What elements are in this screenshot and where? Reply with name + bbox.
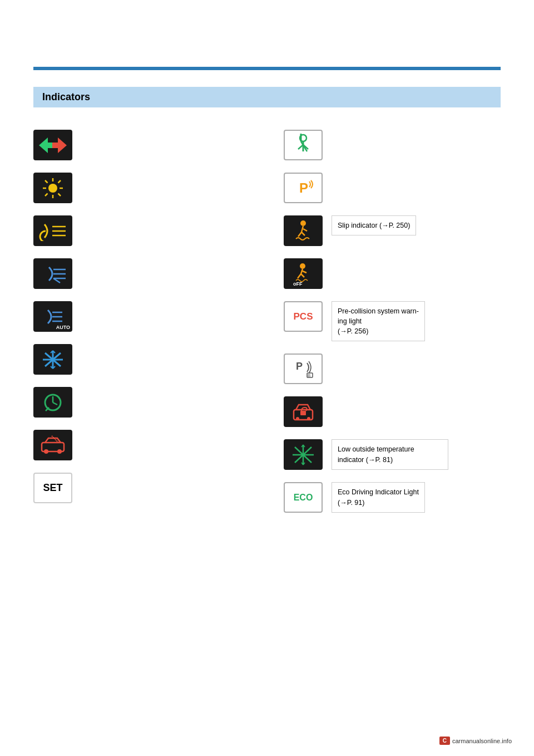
page-container: Indicators [0, 0, 534, 756]
svg-line-31 [53, 402, 57, 405]
sun-icon-box [33, 173, 72, 203]
svg-line-46 [298, 232, 301, 237]
auto-label: AUTO [56, 325, 70, 330]
svg-line-45 [301, 226, 303, 232]
warning-car-icon-box [33, 430, 72, 460]
blue-divider [33, 67, 501, 70]
list-item [33, 130, 250, 160]
list-item [33, 344, 250, 375]
pcs-callout: Pre-collision system warn-ing light(→P. … [332, 301, 425, 341]
svg-line-51 [298, 274, 301, 278]
svg-text:B: B [308, 373, 310, 378]
left-column: AUTO [33, 130, 250, 513]
svg-line-10 [45, 193, 48, 196]
set-icon-box: SET [33, 473, 72, 503]
svg-marker-0 [39, 138, 53, 153]
svg-text:P: P [299, 180, 308, 195]
section-title: Indicators [42, 91, 90, 102]
eco-callout: Eco Driving Indicator Light(→P. 91) [332, 482, 425, 512]
parking-icon-box: P [284, 173, 323, 203]
watermark: C carmanualsonline.info [439, 737, 512, 745]
slip-icon-box [284, 215, 323, 246]
slip-svg [290, 219, 316, 243]
aux-parking-icon-box: P B [284, 354, 323, 384]
list-item [33, 387, 250, 418]
headlight-auto-svg [38, 307, 68, 327]
top-space [33, 22, 501, 67]
list-item [33, 215, 250, 246]
aux-parking-svg: P B [290, 357, 316, 381]
svg-marker-1 [52, 138, 67, 153]
sun-svg [42, 177, 64, 199]
fog-svg [41, 348, 65, 371]
high-beam-icon-box [33, 215, 72, 246]
clock-svg [41, 391, 65, 414]
list-item: Low outside temperature indicator (→P. 8… [284, 439, 501, 470]
list-item: oFF [284, 258, 501, 289]
svg-point-44 [300, 220, 306, 226]
list-item [33, 430, 250, 460]
clock-icon-box [33, 387, 72, 418]
svg-point-60 [307, 417, 310, 420]
seatbelt-icon-box [284, 130, 323, 160]
lock-red-svg [290, 400, 316, 424]
high-beam-svg [38, 221, 68, 241]
indicators-grid: AUTO [33, 130, 501, 513]
list-item: PCS Pre-collision system warn-ing light(… [284, 301, 501, 341]
list-item: SET [33, 473, 250, 503]
set-label: SET [43, 482, 62, 494]
svg-line-8 [58, 193, 61, 196]
turn-signal-icon [33, 130, 72, 160]
warning-car-svg [38, 435, 67, 456]
slip-off-icon-box: oFF [284, 258, 323, 289]
svg-line-50 [301, 269, 303, 274]
list-item: P B [284, 354, 501, 384]
list-item [33, 258, 250, 289]
pcs-icon-box: PCS [284, 301, 323, 332]
list-item [33, 173, 250, 203]
slip-callout-text: Slip indicator (→P. 250) [338, 222, 410, 229]
svg-point-2 [48, 184, 57, 193]
headlight-auto-icon-box: AUTO [33, 301, 72, 332]
right-column: P [284, 130, 501, 513]
watermark-logo: C [439, 737, 450, 745]
list-item: Slip indicator (→P. 250) [284, 215, 501, 246]
low-temp-callout-text: Low outside temperature indicator (→P. 8… [338, 445, 414, 463]
turn-arrows-svg [39, 135, 67, 155]
eco-icon-box: ECO [284, 482, 323, 513]
svg-point-34 [44, 449, 48, 454]
svg-point-59 [296, 417, 299, 420]
svg-line-7 [45, 180, 48, 183]
watermark-text: carmanualsonline.info [452, 738, 512, 744]
list-item [284, 130, 501, 160]
svg-point-35 [57, 449, 62, 454]
svg-line-52 [301, 274, 304, 277]
list-item: P [284, 173, 501, 203]
low-temp-callout: Low outside temperature indicator (→P. 8… [332, 439, 448, 469]
svg-point-49 [300, 263, 305, 269]
svg-text:P: P [296, 361, 303, 372]
list-item: ECO Eco Driving Indicator Light(→P. 91) [284, 482, 501, 513]
slip-off-svg: oFF [290, 262, 316, 286]
lock-red-icon-box [284, 396, 323, 427]
headlight-icon-box [33, 258, 72, 289]
svg-line-48 [303, 229, 307, 231]
headlight-svg [38, 264, 68, 284]
svg-line-9 [58, 180, 61, 183]
parking-svg: P [290, 176, 316, 200]
pcs-label: PCS [294, 311, 313, 322]
seatbelt-svg [290, 132, 316, 158]
low-temp-svg [290, 443, 316, 467]
svg-line-47 [301, 232, 305, 235]
pcs-callout-text: Pre-collision system warn-ing light(→P. … [338, 307, 419, 335]
list-item: AUTO [33, 301, 250, 332]
svg-rect-61 [300, 411, 306, 415]
fog-icon-box [33, 344, 72, 375]
svg-text:oFF: oFF [293, 281, 303, 286]
eco-callout-text: Eco Driving Indicator Light(→P. 91) [338, 488, 419, 506]
slip-callout: Slip indicator (→P. 250) [332, 215, 416, 235]
eco-label: ECO [294, 493, 313, 503]
list-item [284, 396, 501, 427]
low-temp-icon-box [284, 439, 323, 470]
section-header: Indicators [33, 87, 501, 107]
